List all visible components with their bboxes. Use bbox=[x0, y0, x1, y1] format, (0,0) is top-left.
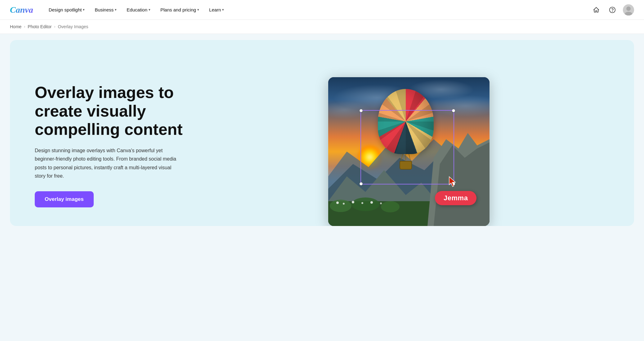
navbar: Canva Design spotlight ▾ Business ▾ Educ… bbox=[0, 0, 644, 20]
nav-label-design-spotlight: Design spotlight bbox=[49, 7, 82, 12]
nav-label-education: Education bbox=[127, 7, 147, 12]
cursor-icon bbox=[449, 176, 457, 187]
help-icon-button[interactable] bbox=[607, 4, 618, 16]
nav-item-education[interactable]: Education ▾ bbox=[122, 5, 155, 15]
svg-point-16 bbox=[370, 201, 373, 204]
svg-point-13 bbox=[343, 203, 345, 205]
svg-point-17 bbox=[380, 202, 382, 204]
svg-point-9 bbox=[330, 200, 351, 212]
home-icon-button[interactable] bbox=[591, 4, 602, 16]
jemma-tag: Jemma bbox=[435, 191, 476, 205]
breadcrumb-current-page: Overlay Images bbox=[58, 24, 88, 29]
breadcrumb-separator-2: › bbox=[54, 24, 55, 29]
handle-top-left bbox=[360, 109, 363, 112]
svg-marker-23 bbox=[449, 177, 455, 187]
breadcrumb-photo-editor[interactable]: Photo Editor bbox=[28, 24, 51, 29]
user-avatar[interactable] bbox=[623, 4, 634, 16]
svg-point-15 bbox=[361, 202, 363, 204]
svg-point-10 bbox=[351, 197, 379, 211]
hero-content: Overlay images to create visually compel… bbox=[35, 83, 190, 226]
canva-logo[interactable]: Canva bbox=[10, 5, 33, 15]
nav-item-plans-pricing[interactable]: Plans and pricing ▾ bbox=[156, 5, 203, 15]
hero-title: Overlay images to create visually compel… bbox=[35, 83, 190, 139]
hero-image-area: Jemma bbox=[202, 77, 615, 226]
nav-right-icons bbox=[591, 4, 634, 16]
breadcrumb-home[interactable]: Home bbox=[10, 24, 21, 29]
svg-point-14 bbox=[352, 201, 354, 203]
hero-section: Overlay images to create visually compel… bbox=[10, 40, 634, 226]
nav-label-plans-pricing: Plans and pricing bbox=[160, 7, 196, 12]
hero-photo-card: Jemma bbox=[328, 77, 490, 226]
svg-point-1 bbox=[612, 11, 613, 11]
svg-point-11 bbox=[381, 201, 400, 212]
nav-label-business: Business bbox=[95, 7, 114, 12]
nav-label-learn: Learn bbox=[209, 7, 221, 12]
nav-item-business[interactable]: Business ▾ bbox=[90, 5, 121, 15]
handle-bottom-left bbox=[360, 182, 363, 185]
chevron-down-icon: ▾ bbox=[222, 8, 224, 12]
selection-box bbox=[360, 110, 454, 184]
handle-top-right bbox=[452, 109, 455, 112]
nav-item-learn[interactable]: Learn ▾ bbox=[205, 5, 228, 15]
nav-links: Design spotlight ▾ Business ▾ Education … bbox=[44, 5, 591, 15]
nav-item-design-spotlight[interactable]: Design spotlight ▾ bbox=[44, 5, 89, 15]
breadcrumb: Home › Photo Editor › Overlay Images bbox=[0, 20, 644, 34]
chevron-down-icon: ▾ bbox=[149, 8, 150, 12]
chevron-down-icon: ▾ bbox=[83, 8, 85, 12]
breadcrumb-separator-1: › bbox=[24, 24, 25, 29]
overlay-images-button[interactable]: Overlay images bbox=[35, 191, 94, 207]
svg-point-3 bbox=[626, 7, 631, 11]
chevron-down-icon: ▾ bbox=[197, 8, 199, 12]
hero-description: Design stunning image overlays with Canv… bbox=[35, 146, 177, 180]
chevron-down-icon: ▾ bbox=[115, 8, 117, 12]
svg-point-12 bbox=[336, 202, 339, 204]
